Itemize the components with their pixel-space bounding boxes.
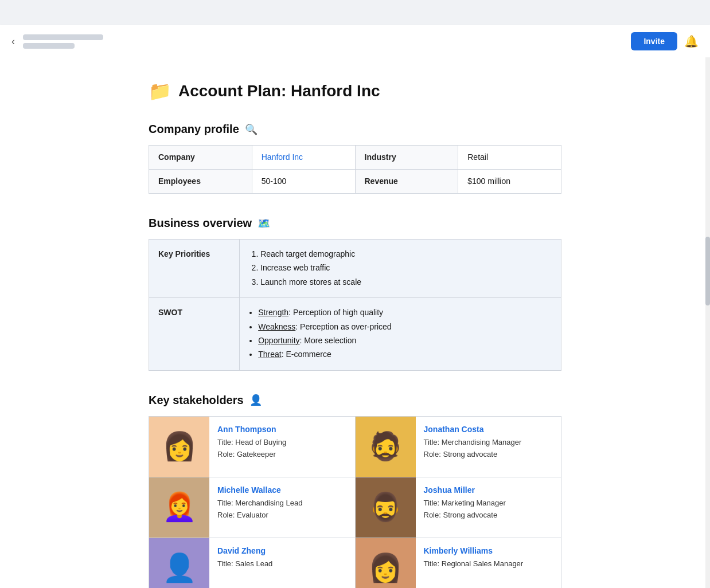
business-overview-table: Key Priorities Reach target demographic … [149,239,561,371]
stakeholder-ann-cell: 👩 Ann Thompson Title: Head of Buying Rol… [149,417,355,477]
swot-threat-text: : E-commerce [282,350,331,359]
stakeholder-cell-joshua: 🧔‍♂️ Joshua Miller Title: Marketing Mana… [355,477,561,538]
list-item: Launch more stores at scale [260,276,552,288]
table-row: 👤 David Zheng Title: Sales Lead 👩 [149,538,561,588]
stakeholder-joshua-title: Title: Marketing Manager [424,497,553,509]
stakeholder-ann-title: Title: Head of Buying [217,437,347,449]
stakeholder-jonathan-avatar: 🧔 [356,417,416,477]
revenue-value: $100 million [458,170,561,194]
avatar-placeholder: 👩 [368,552,403,584]
company-value: Hanford Inc [252,146,355,170]
stakeholder-david-cell: 👤 David Zheng Title: Sales Lead [149,538,355,588]
industry-value: Retail [458,146,561,170]
list-item: Reach target demographic [260,248,552,260]
stakeholder-joshua-avatar: 🧔‍♂️ [356,477,416,538]
table-row: Employees 50-100 Revenue $100 million [149,170,561,194]
topbar-strip [0,0,710,25]
key-stakeholders-title: Key stakeholders [149,394,244,407]
stakeholder-david-info: David Zheng Title: Sales Lead [209,538,355,578]
scrollbar[interactable] [705,57,710,588]
key-priorities-value: Reach target demographic Increase web tr… [240,240,561,298]
table-row: 👩‍🦰 Michelle Wallace Title: Merchandisin… [149,477,561,538]
stakeholder-ann-role: Role: Gatekeeper [217,449,347,461]
stakeholders-table: 👩 Ann Thompson Title: Head of Buying Rol… [149,416,561,588]
avatar-placeholder: 👩‍🦰 [162,491,197,523]
table-row: Key Priorities Reach target demographic … [149,240,561,298]
topbar-title-line1 [23,34,103,40]
stakeholder-michelle-name[interactable]: Michelle Wallace [217,485,347,495]
main-content: 📁 Account Plan: Hanford Inc Company prof… [0,57,710,588]
avatar-placeholder: 👤 [162,552,197,584]
swot-weakness-text: : Perception as over-priced [295,322,391,331]
employees-value: 50-100 [252,170,355,194]
stakeholder-ann-avatar: 👩 [149,417,209,477]
stakeholder-jonathan-name[interactable]: Jonathan Costa [424,425,553,434]
company-link[interactable]: Hanford Inc [262,152,303,162]
topbar-title-block [23,34,103,49]
stakeholder-joshua-name[interactable]: Joshua Miller [424,485,553,495]
stakeholder-ann-name[interactable]: Ann Thompson [217,425,347,434]
business-overview-icon: 🗺️ [258,217,270,230]
stakeholder-david-title: Title: Sales Lead [217,558,347,570]
avatar-placeholder: 👩 [162,430,197,462]
scrollbar-thumb[interactable] [705,237,710,305]
swot-strength-text: : Perception of high quality [288,308,383,317]
company-profile-table: Company Hanford Inc Industry Retail Empl… [149,145,561,194]
stakeholder-jonathan-cell: 🧔 Jonathan Costa Title: Merchandising Ma… [356,417,561,477]
stakeholder-jonathan-info: Jonathan Costa Title: Merchandising Mana… [416,417,561,469]
table-row: SWOT Strength: Perception of high qualit… [149,298,561,371]
avatar-placeholder: 🧔‍♂️ [368,491,403,523]
stakeholder-cell-kimberly: 👩 Kimberly Williams Title: Regional Sale… [355,538,561,588]
table-row: 👩 Ann Thompson Title: Head of Buying Rol… [149,416,561,477]
stakeholder-david-name[interactable]: David Zheng [217,546,347,555]
business-overview-title: Business overview [149,217,252,230]
key-stakeholders-header: Key stakeholders 👤 [149,394,561,407]
stakeholder-michelle-role: Role: Evaluator [217,509,347,522]
stakeholder-kimberly-cell: 👩 Kimberly Williams Title: Regional Sale… [356,538,561,588]
swot-threat-label: Threat [258,350,281,359]
stakeholder-joshua-role: Role: Strong advocate [424,509,553,522]
stakeholder-michelle-cell: 👩‍🦰 Michelle Wallace Title: Merchandisin… [149,477,355,538]
business-overview-header: Business overview 🗺️ [149,217,561,230]
list-item: Strength: Perception of high quality [258,306,552,319]
stakeholder-cell-david: 👤 David Zheng Title: Sales Lead [149,538,356,588]
stakeholder-michelle-info: Michelle Wallace Title: Merchandising Le… [209,477,355,530]
swot-opportunity-text: : More selection [300,336,357,345]
stakeholder-kimberly-title: Title: Regional Sales Manager [424,558,553,570]
list-item: Opportunity: More selection [258,334,552,347]
topbar-title-line2 [23,43,75,49]
avatar-placeholder: 🧔 [368,430,403,462]
table-row: Company Hanford Inc Industry Retail [149,146,561,170]
stakeholder-kimberly-name[interactable]: Kimberly Williams [424,546,553,555]
stakeholder-michelle-title: Title: Merchandising Lead [217,497,347,509]
stakeholder-joshua-cell: 🧔‍♂️ Joshua Miller Title: Marketing Mana… [356,477,561,538]
page-title-row: 📁 Account Plan: Hanford Inc [149,80,561,102]
company-profile-title: Company profile [149,123,239,136]
key-stakeholders-icon: 👤 [249,394,262,406]
list-item: Threat: E-commerce [258,348,552,360]
swot-opportunity-label: Opportunity [258,336,299,345]
swot-value: Strength: Perception of high quality Wea… [240,298,561,371]
key-priorities-label: Key Priorities [149,240,240,298]
list-item: Increase web traffic [260,261,552,274]
invite-button[interactable]: Invite [631,32,677,50]
page-title-icon: 📁 [149,80,171,102]
topbar-right: Invite 🔔 [631,32,699,50]
stakeholder-kimberly-info: Kimberly Williams Title: Regional Sales … [416,538,561,578]
back-button[interactable]: ‹ [11,36,15,46]
stakeholder-jonathan-role: Role: Strong advocate [424,449,553,461]
swot-strength-label: Strength [258,308,288,317]
stakeholder-ann-info: Ann Thompson Title: Head of Buying Role:… [209,417,355,469]
stakeholder-cell-jonathan: 🧔 Jonathan Costa Title: Merchandising Ma… [355,416,561,477]
stakeholder-cell-michelle: 👩‍🦰 Michelle Wallace Title: Merchandisin… [149,477,356,538]
company-profile-icon: 🔍 [245,123,258,136]
revenue-label: Revenue [355,170,458,194]
swot-label: SWOT [149,298,240,371]
industry-label: Industry [355,146,458,170]
swot-weakness-label: Weakness [258,322,295,331]
stakeholder-joshua-info: Joshua Miller Title: Marketing Manager R… [416,477,561,530]
notification-bell-icon[interactable]: 🔔 [684,34,699,48]
topbar-left: ‹ [11,34,103,49]
employees-label: Employees [149,170,252,194]
stakeholder-jonathan-title: Title: Merchandising Manager [424,437,553,449]
